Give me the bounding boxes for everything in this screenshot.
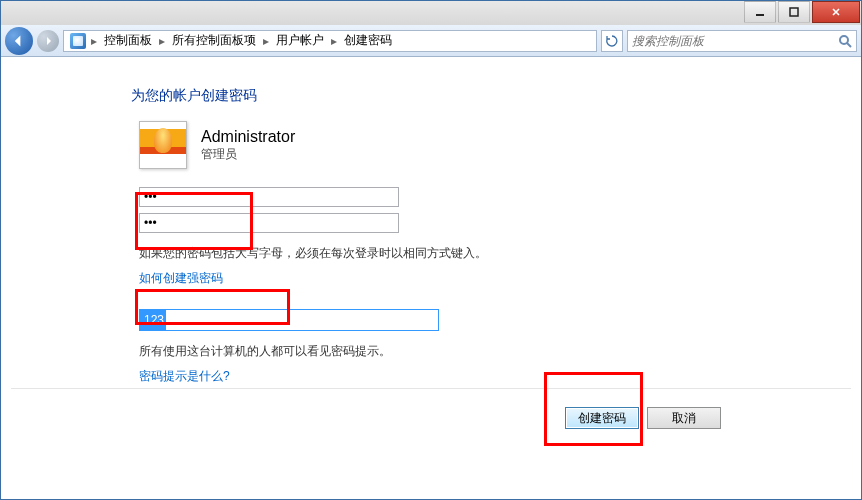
what-is-hint-link[interactable]: 密码提示是什么?	[139, 368, 731, 385]
breadcrumb-item[interactable]: 用户帐户	[272, 32, 328, 49]
titlebar	[1, 1, 861, 25]
separator	[11, 388, 851, 389]
search-icon	[838, 34, 852, 51]
breadcrumb-item[interactable]: 控制面板	[100, 32, 156, 49]
user-role: 管理员	[201, 146, 295, 163]
maximize-button[interactable]	[778, 1, 810, 23]
create-password-button[interactable]: 创建密码	[565, 407, 639, 429]
page-title: 为您的帐户创建密码	[131, 87, 731, 105]
svg-rect-1	[790, 8, 798, 16]
svg-point-2	[840, 36, 848, 44]
breadcrumb-item[interactable]: 所有控制面板项	[168, 32, 260, 49]
cancel-button[interactable]: 取消	[647, 407, 721, 429]
button-row: 创建密码 取消	[565, 407, 721, 429]
strong-password-link[interactable]: 如何创建强密码	[139, 270, 731, 287]
caps-note: 如果您的密码包括大写字母，必须在每次登录时以相同方式键入。	[139, 245, 731, 262]
svg-rect-0	[756, 14, 764, 16]
avatar	[139, 121, 187, 169]
user-name: Administrator	[201, 128, 295, 146]
search-box[interactable]	[627, 30, 857, 52]
back-button[interactable]	[5, 27, 33, 55]
confirm-password-input[interactable]	[139, 213, 399, 233]
hint-visibility-note: 所有使用这台计算机的人都可以看见密码提示。	[139, 343, 731, 360]
breadcrumb-item[interactable]: 创建密码	[340, 32, 396, 49]
close-button[interactable]	[812, 1, 860, 23]
breadcrumb[interactable]: ▸ 控制面板 ▸ 所有控制面板项 ▸ 用户帐户 ▸ 创建密码	[63, 30, 597, 52]
refresh-button[interactable]	[601, 30, 623, 52]
control-panel-window: ▸ 控制面板 ▸ 所有控制面板项 ▸ 用户帐户 ▸ 创建密码 为您的帐户创建密码…	[0, 0, 862, 500]
new-password-input[interactable]	[139, 187, 399, 207]
forward-button[interactable]	[37, 30, 59, 52]
user-info: Administrator 管理员	[131, 121, 731, 169]
content-area: 为您的帐户创建密码 Administrator 管理员 如果您的密码包括大写字母…	[1, 57, 861, 385]
chevron-right-icon: ▸	[90, 34, 98, 48]
password-hint-input[interactable]	[139, 309, 439, 331]
minimize-button[interactable]	[744, 1, 776, 23]
toolbar: ▸ 控制面板 ▸ 所有控制面板项 ▸ 用户帐户 ▸ 创建密码	[1, 25, 861, 57]
chevron-right-icon: ▸	[262, 34, 270, 48]
search-input[interactable]	[632, 34, 852, 48]
system-icon[interactable]	[68, 33, 88, 49]
chevron-right-icon: ▸	[158, 34, 166, 48]
chevron-right-icon: ▸	[330, 34, 338, 48]
